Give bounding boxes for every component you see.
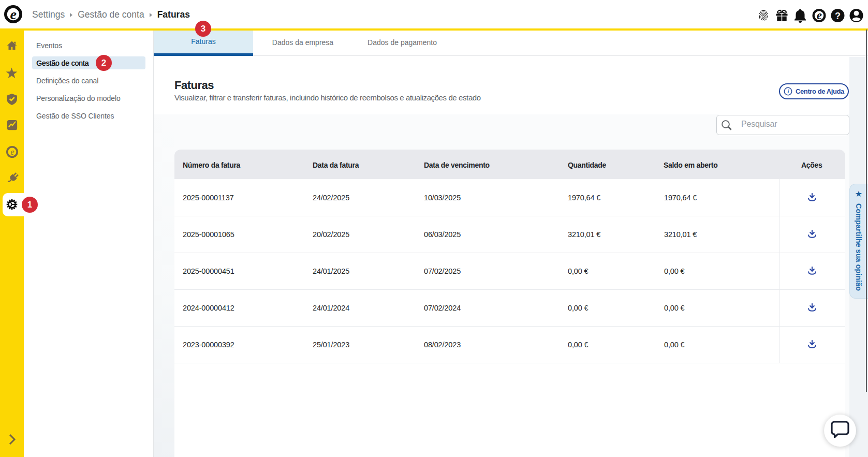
- svg-text:e: e: [10, 6, 17, 22]
- svg-text:e: e: [817, 9, 822, 22]
- svg-text:?: ?: [835, 11, 841, 21]
- svg-text:e: e: [10, 148, 14, 156]
- svg-text:i: i: [788, 89, 789, 94]
